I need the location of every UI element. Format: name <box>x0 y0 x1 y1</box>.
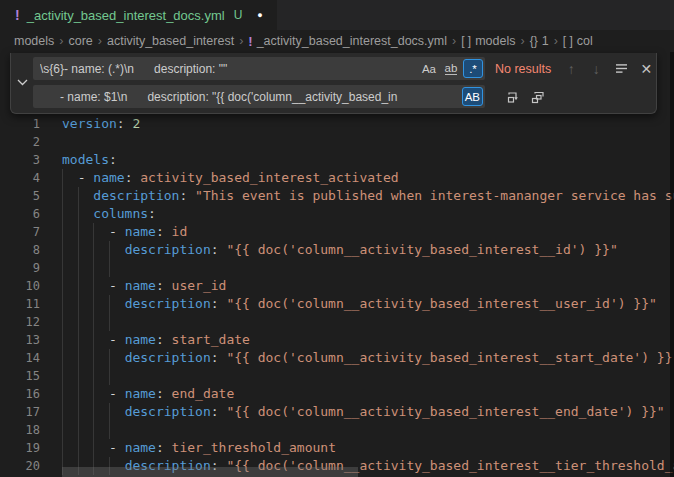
horizontal-scrollbar[interactable] <box>62 467 358 477</box>
replace-all-button[interactable] <box>527 86 549 108</box>
code-line[interactable]: 16 - name: end_date <box>0 385 674 403</box>
line-number[interactable]: 4 <box>0 169 40 187</box>
code-line[interactable]: 8 description: "{{ doc('column__activity… <box>0 241 674 259</box>
indent-guide <box>78 385 79 403</box>
breadcrumb-item--activity-based-interest-docs-yml[interactable]: !_activity_based_interest_docs.yml <box>248 34 447 49</box>
whole-word-button[interactable]: ab <box>441 59 461 78</box>
line-content: - name: start_date <box>62 331 674 349</box>
line-number[interactable]: 15 <box>0 367 40 385</box>
breadcrumb-label: col <box>577 34 593 48</box>
find-input[interactable]: \s{6}- name: (.*)\n description: "" Aa a… <box>33 57 485 80</box>
indent-guide <box>93 403 94 421</box>
indent-guide <box>93 349 94 367</box>
indent-guide <box>62 403 63 421</box>
line-content <box>62 133 674 151</box>
find-in-selection-button[interactable] <box>610 58 632 80</box>
code-line[interactable]: 14 description: "{{ doc('column__activit… <box>0 349 674 367</box>
line-number[interactable]: 9 <box>0 259 40 277</box>
breadcrumb-item-1[interactable]: {}1 <box>530 34 549 48</box>
line-number[interactable]: 7 <box>0 223 40 241</box>
line-number[interactable]: 5 <box>0 187 40 205</box>
code-line[interactable]: 13 - name: start_date <box>0 331 674 349</box>
code-line[interactable]: 19 - name: tier_threshold_amount <box>0 439 674 457</box>
line-content: version: 2 <box>62 115 674 133</box>
match-case-button[interactable]: Aa <box>419 59 439 78</box>
indent-guide <box>78 331 79 349</box>
indent-guide <box>93 277 94 295</box>
indent-guide <box>62 385 63 403</box>
preserve-case-button[interactable]: AB <box>462 87 483 106</box>
yaml-file-icon: ! <box>15 8 20 22</box>
previous-match-button[interactable]: ↑ <box>560 58 582 80</box>
indent-guide <box>62 295 63 313</box>
code-line[interactable]: 9 <box>0 259 674 277</box>
line-content: - name: activity_based_interest_activate… <box>62 169 674 187</box>
breadcrumb-item-col[interactable]: [ ]col <box>563 34 593 48</box>
line-number[interactable]: 1 <box>0 115 40 133</box>
indent-guide <box>62 187 63 205</box>
indent-guide <box>109 349 110 367</box>
line-number[interactable]: 2 <box>0 133 40 151</box>
indent-guide <box>109 295 110 313</box>
indent-guide <box>78 187 79 205</box>
indent-guide <box>62 241 63 259</box>
breadcrumb-separator: › <box>554 34 558 48</box>
indent-guide <box>78 367 79 385</box>
line-number[interactable]: 19 <box>0 439 40 457</box>
line-number[interactable]: 13 <box>0 331 40 349</box>
breadcrumb-label: core <box>68 34 92 48</box>
code-line[interactable]: 6 columns: <box>0 205 674 223</box>
replace-button[interactable] <box>502 86 524 108</box>
indent-guide <box>78 259 79 277</box>
line-number[interactable]: 6 <box>0 205 40 223</box>
breadcrumb-item-models[interactable]: [ ]models <box>461 34 515 48</box>
line-number[interactable]: 20 <box>0 457 40 475</box>
line-number[interactable]: 12 <box>0 313 40 331</box>
editor[interactable]: 1version: 223models:4 - name: activity_b… <box>0 52 674 477</box>
replace-all-icon <box>530 89 546 105</box>
find-widget: \s{6}- name: (.*)\n description: "" Aa a… <box>10 53 657 114</box>
code-line[interactable]: 11 description: "{{ doc('column__activit… <box>0 295 674 313</box>
replace-input-value: - name: $1\n description: "{{ doc('colum… <box>40 90 460 104</box>
line-number[interactable]: 8 <box>0 241 40 259</box>
breadcrumb-item-core[interactable]: core <box>68 34 92 48</box>
tab-active-file[interactable]: ! _activity_based_interest_docs.yml U ● <box>0 0 277 30</box>
indent-guide <box>109 313 110 331</box>
code-line[interactable]: 10 - name: user_id <box>0 277 674 295</box>
code-line[interactable]: 17 description: "{{ doc('column__activit… <box>0 403 674 421</box>
line-number[interactable]: 16 <box>0 385 40 403</box>
indent-guide <box>93 421 94 439</box>
line-number[interactable]: 10 <box>0 277 40 295</box>
chevron-down-icon <box>17 79 28 86</box>
line-content: description: "This event is published wh… <box>62 187 674 205</box>
line-number[interactable]: 11 <box>0 295 40 313</box>
breadcrumb-item-models[interactable]: models <box>14 34 54 48</box>
code-line[interactable]: 12 <box>0 313 674 331</box>
regex-button[interactable]: .* <box>463 59 483 78</box>
next-match-button[interactable]: ↓ <box>585 58 607 80</box>
code-line[interactable]: 4 - name: activity_based_interest_activa… <box>0 169 674 187</box>
line-number[interactable]: 14 <box>0 349 40 367</box>
code-line[interactable]: 5 description: "This event is published … <box>0 187 674 205</box>
indent-guide <box>78 205 79 223</box>
line-content: models: <box>62 151 674 169</box>
indent-guide <box>109 421 110 439</box>
indent-guide <box>78 277 79 295</box>
line-number[interactable]: 18 <box>0 421 40 439</box>
code-line[interactable]: 1version: 2 <box>0 115 674 133</box>
modified-dot-close-button[interactable]: ● <box>257 11 262 20</box>
close-find-widget-button[interactable]: ✕ <box>635 58 657 80</box>
code-line[interactable]: 3models: <box>0 151 674 169</box>
breadcrumb-item-activity-based-interest[interactable]: activity_based_interest <box>107 34 234 48</box>
indent-guide <box>62 331 63 349</box>
code-line[interactable]: 18 <box>0 421 674 439</box>
replace-input[interactable]: - name: $1\n description: "{{ doc('colum… <box>33 85 485 108</box>
code-line[interactable]: 15 <box>0 367 674 385</box>
code-line[interactable]: 7 - name: id <box>0 223 674 241</box>
code-line[interactable]: 2 <box>0 133 674 151</box>
line-number[interactable]: 17 <box>0 403 40 421</box>
indent-guide <box>93 241 94 259</box>
indent-guide <box>93 295 94 313</box>
toggle-replace-button[interactable] <box>11 57 33 108</box>
line-number[interactable]: 3 <box>0 151 40 169</box>
